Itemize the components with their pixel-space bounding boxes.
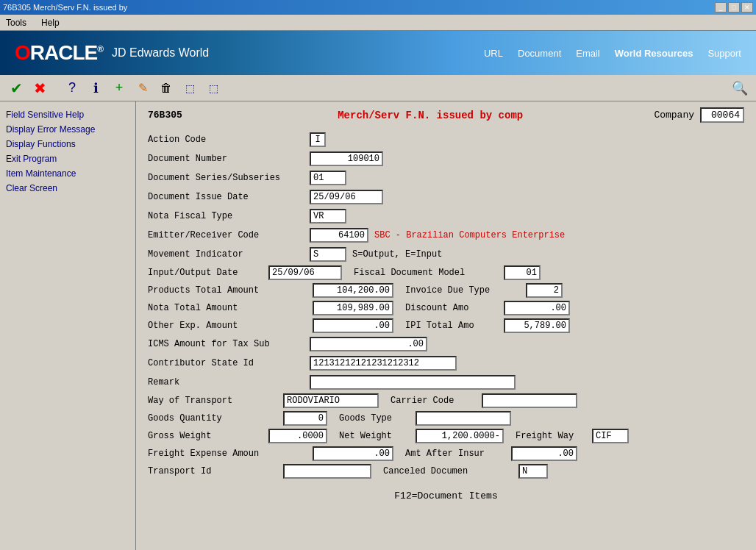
info-button[interactable]: ℹ xyxy=(85,78,106,99)
ipi-total-group: IPI Total Amo xyxy=(405,318,570,333)
contributor-label: Contributor State Id xyxy=(148,358,310,368)
close-button[interactable]: ✕ xyxy=(741,2,753,12)
input-output-date-input[interactable] xyxy=(268,265,342,280)
invoice-due-input[interactable] xyxy=(526,283,563,298)
emitter-receiver-input[interactable] xyxy=(310,228,368,243)
footer-label: F12=Document Items xyxy=(394,490,497,501)
nota-total-label: Nota Total Amount xyxy=(148,303,310,313)
way-transport-input[interactable] xyxy=(283,393,379,408)
goods-qty-group: Goods Quantity xyxy=(148,411,327,426)
form-title: Merch/Serv F.N. issued by comp xyxy=(207,110,654,121)
sidebar-item-display-error-message[interactable]: Display Error Message xyxy=(3,122,132,137)
nav-document[interactable]: Document xyxy=(518,48,561,59)
gross-weight-input[interactable] xyxy=(268,429,327,443)
goods-qty-label: Goods Quantity xyxy=(148,413,280,424)
carrier-code-group: Carrier Code xyxy=(391,393,577,408)
document-series-row: Document Series/Subseries xyxy=(148,170,744,186)
sidebar: Field Sensitive Help Display Error Messa… xyxy=(0,101,136,550)
action-code-label: Action Code xyxy=(148,135,310,145)
other-exp-group: Other Exp. Amount xyxy=(148,318,393,333)
edit-button[interactable]: ✎ xyxy=(132,78,153,99)
document-series-input[interactable] xyxy=(310,171,346,185)
document-issue-date-input[interactable] xyxy=(310,190,383,204)
ipi-total-input[interactable] xyxy=(504,318,570,333)
company-label: Company xyxy=(654,110,694,121)
icms-row: ICMS Amount for Tax Sub xyxy=(148,336,744,352)
search-toolbar-button[interactable]: 🔍 xyxy=(730,78,750,99)
icms-input[interactable] xyxy=(310,337,427,351)
title-bar: 76B305 Merch/Serv F.N. issued by _ □ ✕ xyxy=(0,0,756,15)
add-button[interactable]: + xyxy=(109,78,129,99)
transport-carrier-row: Way of Transport Carrier Code xyxy=(148,393,744,408)
freight-exp-label: Freight Expense Amoun xyxy=(148,449,310,459)
nota-fiscal-type-input[interactable] xyxy=(310,209,346,224)
remark-input[interactable] xyxy=(310,375,516,390)
amt-after-input[interactable] xyxy=(511,446,577,461)
fiscal-model-group: Fiscal Document Model xyxy=(354,265,541,280)
menu-bar: Tools Help xyxy=(0,15,756,31)
document-number-input[interactable] xyxy=(310,151,383,166)
sidebar-item-display-functions[interactable]: Display Functions xyxy=(3,137,132,151)
freight-way-label: Freight Way xyxy=(516,431,589,441)
fiscal-model-input[interactable] xyxy=(504,265,541,280)
toolbar: ✔ ✖ ? ℹ + ✎ 🗑 ⬚ ⬚ 🔍 xyxy=(0,75,756,101)
cancel-button[interactable]: ✖ xyxy=(29,78,50,99)
canceled-doc-input[interactable] xyxy=(518,464,548,479)
net-weight-input[interactable] xyxy=(416,429,504,443)
paste-button[interactable]: ⬚ xyxy=(203,78,224,99)
nav-url[interactable]: URL xyxy=(484,48,503,59)
delete-button[interactable]: 🗑 xyxy=(156,78,176,99)
input-output-date-label: Input/Output Date xyxy=(148,268,265,278)
canceled-doc-group: Canceled Documen xyxy=(383,464,548,479)
maximize-button[interactable]: □ xyxy=(728,2,740,12)
other-exp-ipi-row: Other Exp. Amount IPI Total Amo xyxy=(148,318,744,333)
products-total-invoice-row: Products Total Amount Invoice Due Type xyxy=(148,283,744,298)
help-button[interactable]: ? xyxy=(62,78,82,99)
transport-id-label: Transport Id xyxy=(148,466,280,476)
oracle-logo: ORACLE® JD Edwards World xyxy=(0,41,209,65)
sidebar-item-item-maintenance[interactable]: Item Maintenance xyxy=(3,166,132,181)
movement-indicator-row: Movement Indicator S=Output, E=Input xyxy=(148,246,744,262)
nav-world-resources[interactable]: World Resources xyxy=(615,48,693,59)
nota-total-group: Nota Total Amount xyxy=(148,301,393,315)
title-bar-text: 76B305 Merch/Serv F.N. issued by xyxy=(3,3,127,12)
sidebar-item-clear-screen[interactable]: Clear Screen xyxy=(3,181,132,196)
emitter-receiver-label: Emitter/Receiver Code xyxy=(148,230,310,240)
sidebar-item-field-sensitive-help[interactable]: Field Sensitive Help xyxy=(3,107,132,122)
document-number-label: Document Number xyxy=(148,154,310,164)
other-exp-input[interactable] xyxy=(313,318,393,333)
movement-indicator-input[interactable] xyxy=(310,247,346,262)
freight-exp-input[interactable] xyxy=(313,446,393,461)
freight-amt-row: Freight Expense Amoun Amt After Insur xyxy=(148,446,744,461)
minimize-button[interactable]: _ xyxy=(715,2,727,12)
discount-input[interactable] xyxy=(504,301,570,315)
copy-button[interactable]: ⬚ xyxy=(179,78,200,99)
amt-after-group: Amt After Insur xyxy=(405,446,577,461)
discount-label: Discount Amo xyxy=(405,303,501,313)
nav-support[interactable]: Support xyxy=(707,48,741,59)
form-code: 76B305 xyxy=(148,110,207,121)
menu-help[interactable]: Help xyxy=(38,16,63,29)
transport-id-input[interactable] xyxy=(283,464,371,479)
footer-text: F12=Document Items xyxy=(148,490,744,501)
goods-type-input[interactable] xyxy=(416,411,511,426)
menu-tools[interactable]: Tools xyxy=(3,16,29,29)
freight-way-group: Freight Way xyxy=(516,429,629,443)
document-issue-date-label: Document Issue Date xyxy=(148,192,310,202)
nav-email[interactable]: Email xyxy=(576,48,600,59)
products-total-input[interactable] xyxy=(313,283,393,298)
sidebar-item-exit-program[interactable]: Exit Program xyxy=(3,151,132,166)
remark-label: Remark xyxy=(148,377,310,388)
nota-total-input[interactable] xyxy=(313,301,393,315)
products-total-label: Products Total Amount xyxy=(148,285,310,296)
company-input[interactable] xyxy=(700,107,744,123)
nota-fiscal-type-row: Nota Fiscal Type xyxy=(148,208,744,224)
ok-button[interactable]: ✔ xyxy=(6,78,26,99)
action-code-input[interactable] xyxy=(310,132,326,147)
invoice-due-label: Invoice Due Type xyxy=(405,285,523,296)
goods-qty-input[interactable] xyxy=(283,411,327,426)
way-transport-label: Way of Transport xyxy=(148,396,280,406)
carrier-code-input[interactable] xyxy=(482,393,577,408)
freight-way-input[interactable] xyxy=(592,429,629,443)
contributor-input[interactable] xyxy=(310,356,457,371)
